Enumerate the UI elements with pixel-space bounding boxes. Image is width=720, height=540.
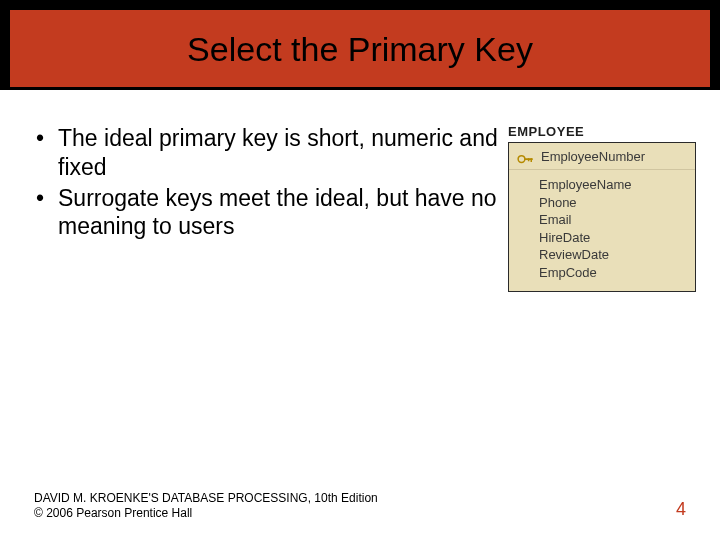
key-icon [517, 151, 535, 163]
attribute: Phone [539, 194, 687, 212]
attribute: EmpCode [539, 264, 687, 282]
svg-rect-3 [528, 158, 530, 161]
attribute: EmployeeName [539, 176, 687, 194]
attribute: Email [539, 211, 687, 229]
bullet-list: The ideal primary key is short, numeric … [34, 124, 508, 243]
attribute: ReviewDate [539, 246, 687, 264]
primary-key-row: EmployeeNumber [509, 143, 695, 170]
entity-name: EMPLOYEE [508, 124, 696, 139]
entity-box: EmployeeNumber EmployeeName Phone Email … [508, 142, 696, 292]
primary-key-label: EmployeeNumber [541, 149, 645, 164]
footer-line: DAVID M. KROENKE'S DATABASE PROCESSING, … [34, 491, 378, 505]
svg-rect-2 [531, 158, 533, 162]
bullet-item: The ideal primary key is short, numeric … [34, 124, 498, 182]
footer-text: DAVID M. KROENKE'S DATABASE PROCESSING, … [34, 491, 378, 520]
entity-diagram: EMPLOYEE EmployeeNumber EmployeeName Pho… [508, 124, 696, 292]
page-number: 4 [676, 499, 686, 520]
content-area: The ideal primary key is short, numeric … [0, 90, 720, 292]
attribute-list: EmployeeName Phone Email HireDate Review… [509, 170, 695, 291]
slide-title: Select the Primary Key [0, 0, 720, 90]
bullet-item: Surrogate keys meet the ideal, but have … [34, 184, 498, 242]
slide-footer: DAVID M. KROENKE'S DATABASE PROCESSING, … [34, 491, 686, 520]
svg-point-0 [518, 155, 525, 162]
footer-line: © 2006 Pearson Prentice Hall [34, 506, 378, 520]
attribute: HireDate [539, 229, 687, 247]
